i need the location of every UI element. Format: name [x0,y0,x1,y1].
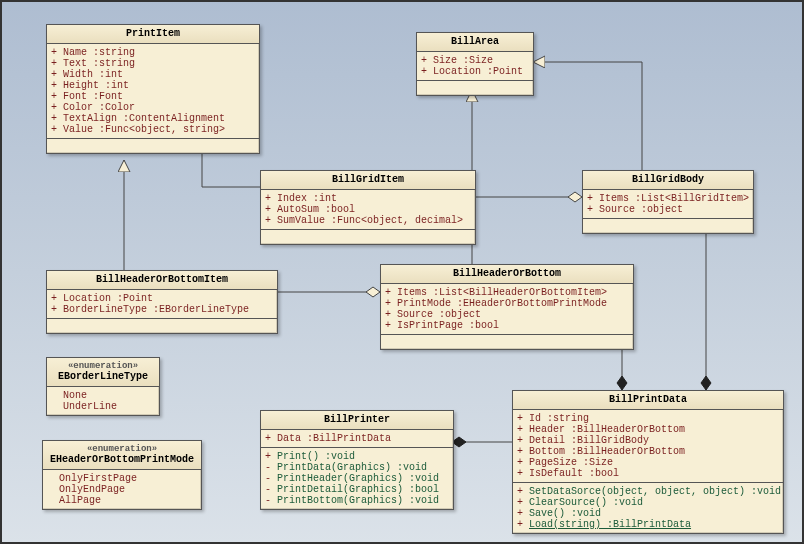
class-title: BillHeaderOrBottomItem [47,271,277,290]
class-attrs: +Index :int +AutoSum :bool +SumValue :Fu… [261,190,475,230]
class-billheaderorbottomitem: BillHeaderOrBottomItem +Location :Point … [46,270,278,334]
class-title: BillPrintData [513,391,783,410]
class-title: BillGridItem [261,171,475,190]
class-title: PrintItem [47,25,259,44]
class-billprinter: BillPrinter +Data :BillPrintData +Print(… [260,410,454,510]
class-attrs: +Items :List<BillGridItem> +Source :obje… [583,190,753,219]
class-attrs: +Id :string +Header :BillHeaderOrBottom … [513,410,783,483]
class-attrs: +Name :string +Text :string +Width :int … [47,44,259,139]
class-billheaderorbottom: BillHeaderOrBottom +Items :List<BillHead… [380,264,634,350]
class-billprintdata: BillPrintData +Id :string +Header :BillH… [512,390,784,534]
class-printitem: PrintItem +Name :string +Text :string +W… [46,24,260,154]
class-title: «enumeration» EBorderLineType [47,358,159,387]
class-attrs: +Location :Point +BorderLineType :EBorde… [47,290,277,319]
enum-literals: None UnderLine [47,387,159,415]
class-title: BillPrinter [261,411,453,430]
enum-literals: OnlyFirstPage OnlyEndPage AllPage [43,470,201,509]
enum-eborderlinetype: «enumeration» EBorderLineType None Under… [46,357,160,416]
class-title: BillHeaderOrBottom [381,265,633,284]
class-attrs: +Size :Size +Location :Point [417,52,533,81]
class-ops: +Print() :void -PrintData(Graphics) :voi… [261,448,453,509]
class-attrs: +Data :BillPrintData [261,430,453,448]
enum-eheaderorbottomprintmode: «enumeration» EHeaderOrBottomPrintMode O… [42,440,202,510]
class-billarea: BillArea +Size :Size +Location :Point [416,32,534,96]
class-attrs: +Items :List<BillHeaderOrBottomItem> +Pr… [381,284,633,335]
class-billgridbody: BillGridBody +Items :List<BillGridItem> … [582,170,754,234]
class-ops: +SetDataSorce(object, object, object) :v… [513,483,783,533]
class-billgriditem: BillGridItem +Index :int +AutoSum :bool … [260,170,476,245]
class-title: BillGridBody [583,171,753,190]
class-title: «enumeration» EHeaderOrBottomPrintMode [43,441,201,470]
class-title: BillArea [417,33,533,52]
